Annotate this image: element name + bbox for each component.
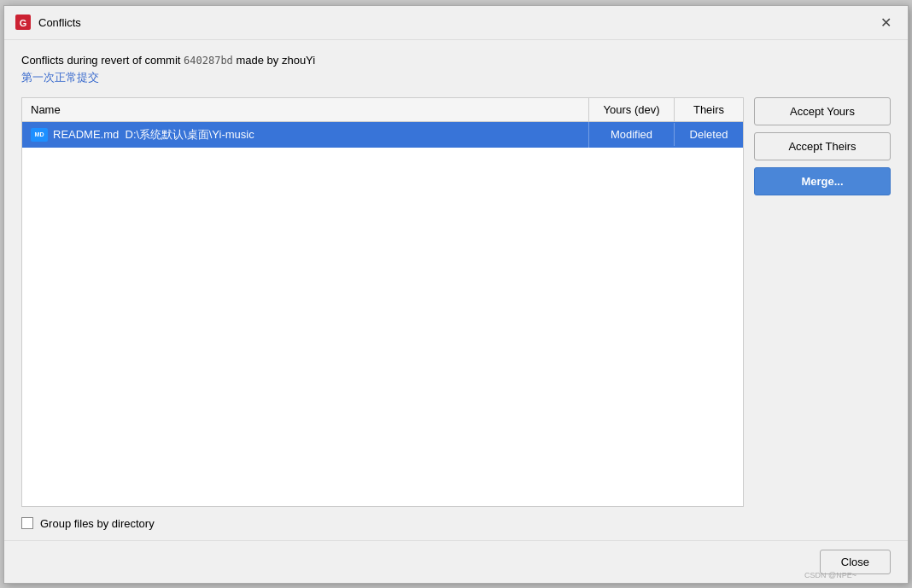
window-title: Conflicts <box>38 16 81 29</box>
description-line: Conflicts during revert of commit 640287… <box>21 54 891 67</box>
row-name-cell: MD README.md D:\系统默认\桌面\Yi-music <box>22 122 589 148</box>
row-yours-status: Modified <box>589 123 675 146</box>
commit-message: 第一次正常提交 <box>21 70 891 85</box>
watermark: CSDN @NPE~ <box>804 571 856 579</box>
description-prefix: Conflicts during revert of commit <box>21 54 180 67</box>
title-bar-left: G Conflicts <box>15 14 81 31</box>
svg-text:G: G <box>20 18 27 28</box>
accept-theirs-button[interactable]: Accept Theirs <box>754 132 891 160</box>
conflicts-table: Name Yours (dev) Theirs MD README.md D:\… <box>21 97 744 507</box>
description-suffix: made by zhouYi <box>236 54 315 67</box>
col-theirs-header: Theirs <box>675 98 743 121</box>
file-type-icon: MD <box>31 128 48 142</box>
col-yours-header: Yours (dev) <box>589 98 675 121</box>
app-icon: G <box>15 14 32 31</box>
accept-yours-button[interactable]: Accept Yours <box>754 97 891 125</box>
bottom-section: Group files by directory <box>21 507 891 530</box>
group-files-label[interactable]: Group files by directory <box>40 517 155 530</box>
col-name-header: Name <box>22 98 589 121</box>
row-theirs-status: Deleted <box>675 123 743 146</box>
conflicts-dialog: G Conflicts ✕ Conflicts during revert of… <box>3 5 909 584</box>
dialog-content: Conflicts during revert of commit 640287… <box>4 40 908 540</box>
file-name: README.md D:\系统默认\桌面\Yi-music <box>53 127 254 143</box>
action-buttons-panel: Accept Yours Accept Theirs Merge... <box>754 97 891 507</box>
main-area: Name Yours (dev) Theirs MD README.md D:\… <box>21 97 891 507</box>
table-row[interactable]: MD README.md D:\系统默认\桌面\Yi-music Modifie… <box>22 122 743 148</box>
table-header: Name Yours (dev) Theirs <box>22 98 743 122</box>
window-close-button[interactable]: ✕ <box>874 10 897 34</box>
table-body: MD README.md D:\系统默认\桌面\Yi-music Modifie… <box>22 122 743 506</box>
dialog-footer: Close <box>4 540 908 583</box>
commit-hash: 640287bd <box>184 55 233 67</box>
group-files-checkbox[interactable] <box>21 517 33 529</box>
title-bar: G Conflicts ✕ <box>4 6 908 40</box>
merge-button[interactable]: Merge... <box>754 167 891 195</box>
